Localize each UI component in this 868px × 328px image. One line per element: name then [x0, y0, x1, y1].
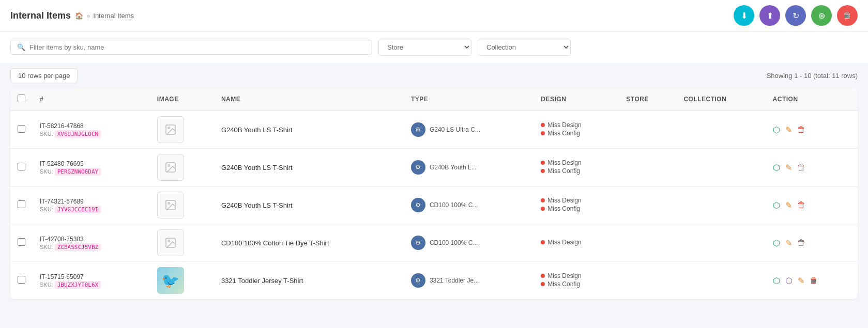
item-design-cell: Miss Design Miss Config [534, 149, 619, 186]
edit-icon[interactable]: ✎ [785, 200, 792, 210]
filters: 🔍 Store Collection [10, 39, 858, 56]
select-all-checkbox[interactable] [18, 95, 25, 102]
image-placeholder [157, 116, 184, 143]
toolbar: 🔍 Store Collection [0, 32, 868, 63]
item-name-cell: G240B Youth LS T-Shirt [214, 149, 404, 186]
page-header: Internal Items 🏠 » Internal Items ⬇ ⬆ ↻ … [0, 0, 868, 32]
upload-button[interactable]: ⬆ [759, 5, 780, 26]
item-store-cell [619, 111, 676, 149]
item-name-cell: CD100 100% Cotton Tie Dye T-Shirt [214, 224, 404, 262]
col-image: IMAGE [150, 88, 214, 111]
rows-per-page-button[interactable]: 10 rows per page [10, 68, 78, 83]
cube-icon[interactable]: ⬡ [773, 125, 780, 135]
type-icon: ⚙ [411, 160, 425, 175]
item-id: IT-74321-57689 [40, 198, 143, 205]
home-icon[interactable]: 🏠 [75, 12, 83, 20]
store-filter[interactable]: Store [378, 39, 471, 56]
item-id-cell: IT-52480-76695 SKU: PERGZNWO6DAY [33, 149, 150, 186]
item-sku: SKU: JBUZXJYT0L6X [40, 282, 143, 288]
download-button[interactable]: ⬇ [734, 5, 754, 26]
item-type-cell: ⚙ CD100 100% C... [404, 186, 534, 224]
svg-point-5 [168, 202, 170, 204]
search-input[interactable] [29, 43, 366, 51]
item-name-cell: G240B Youth LS T-Shirt [214, 186, 404, 224]
cube-icon[interactable]: ⬡ [773, 238, 780, 248]
item-type-cell: ⚙ G240 LS Ultra C... [404, 111, 534, 149]
delete-icon[interactable]: 🗑 [810, 276, 818, 285]
type-text: G240 LS Ultra C... [430, 126, 480, 133]
row-checkbox[interactable] [18, 200, 25, 208]
cube-icon[interactable]: ⬡ [773, 200, 780, 210]
type-icon: ⚙ [411, 273, 425, 288]
col-id: # [33, 88, 150, 111]
item-action-cell: ⬡ ⬡ ✎ 🗑 [766, 262, 858, 300]
item-design-cell: Miss Design [534, 224, 619, 262]
col-design: DESIGN [534, 88, 619, 111]
edit-icon[interactable]: ✎ [785, 163, 792, 173]
table-row: IT-15715-65097 SKU: JBUZXJYT0L6X 🐦 3321 … [10, 262, 858, 300]
item-collection-cell [676, 149, 765, 186]
table-row: IT-42708-75383 SKU: ZCBASSCJ5VBZ CD100 1… [10, 224, 858, 262]
sku-value[interactable]: XV6UJNJGLOCN [55, 130, 101, 138]
edit-icon[interactable]: ✎ [798, 276, 804, 286]
sku-value[interactable]: ZCBASSCJ5VBZ [55, 243, 101, 251]
col-collection: COLLECTION [676, 88, 765, 111]
add-button[interactable]: ⊕ [811, 5, 832, 26]
row-checkbox[interactable] [18, 125, 25, 133]
type-text: CD100 100% C... [430, 201, 478, 209]
svg-point-7 [168, 240, 170, 242]
bird-image: 🐦 [157, 267, 184, 294]
image-placeholder [157, 229, 184, 256]
breadcrumb-separator: » [86, 12, 90, 20]
item-id: IT-58216-47868 [40, 122, 143, 130]
sku-value[interactable]: JBUZXJYT0L6X [55, 281, 101, 289]
table-header: # IMAGE NAME TYPE DESIGN STORE COLLECTIO… [10, 88, 858, 111]
item-sku: SKU: XV6UJNJGLOCN [40, 131, 143, 137]
item-image-cell [150, 224, 214, 262]
row-checkbox[interactable] [18, 163, 25, 170]
sku-value[interactable]: JYVGJCCEC19I [55, 206, 101, 213]
type-text: G240B Youth L... [430, 164, 477, 171]
item-image-cell: 🐦 [150, 262, 214, 300]
table-container: # IMAGE NAME TYPE DESIGN STORE COLLECTIO… [0, 88, 868, 309]
item-id-cell: IT-74321-57689 SKU: JYVGJCCEC19I [33, 186, 150, 224]
header-actions: ⬇ ⬆ ↻ ⊕ 🗑 [734, 5, 858, 26]
search-box: 🔍 [10, 40, 372, 55]
cube-icon[interactable]: ⬡ [773, 276, 780, 286]
item-collection-cell [676, 224, 765, 262]
row-checkbox[interactable] [18, 276, 25, 284]
item-action-cell: ⬡ ✎ 🗑 [766, 224, 858, 262]
row-checkbox[interactable] [18, 238, 25, 246]
delete-icon[interactable]: 🗑 [797, 200, 805, 210]
type-icon: ⚙ [411, 198, 425, 212]
item-type-cell: ⚙ 3321 Toddler Je... [404, 262, 534, 300]
item-name-cell: 3321 Toddler Jersey T-Shirt [214, 262, 404, 300]
delete-icon[interactable]: 🗑 [797, 125, 805, 134]
delete-icon[interactable]: 🗑 [797, 238, 805, 247]
item-sku: SKU: JYVGJCCEC19I [40, 206, 143, 213]
table-row: IT-74321-57689 SKU: JYVGJCCEC19I G240B Y… [10, 186, 858, 224]
item-sku: SKU: PERGZNWO6DAY [40, 168, 143, 175]
type-icon: ⚙ [411, 122, 425, 137]
breadcrumb: 🏠 » Internal Items [75, 12, 134, 20]
item-action-cell: ⬡ ✎ 🗑 [766, 186, 858, 224]
cube-icon[interactable]: ⬡ [773, 163, 780, 173]
item-collection-cell [676, 262, 765, 300]
item-sku: SKU: ZCBASSCJ5VBZ [40, 244, 143, 251]
delete-button[interactable]: 🗑 [837, 5, 858, 26]
edit-icon[interactable]: ✎ [785, 125, 792, 135]
svg-point-1 [168, 127, 170, 129]
item-id-cell: IT-15715-65097 SKU: JBUZXJYT0L6X [33, 262, 150, 300]
item-type-cell: ⚙ CD100 100% C... [404, 224, 534, 262]
item-action-cell: ⬡ ✎ 🗑 [766, 111, 858, 149]
sku-value[interactable]: PERGZNWO6DAY [55, 168, 101, 176]
page-title: Internal Items [10, 10, 71, 21]
col-type: TYPE [404, 88, 534, 111]
sync-button[interactable]: ↻ [785, 5, 806, 26]
collection-filter[interactable]: Collection [478, 39, 571, 56]
item-design-cell: Miss Design Miss Config [534, 262, 619, 300]
item-design-cell: Miss Design Miss Config [534, 111, 619, 149]
delete-icon[interactable]: 🗑 [797, 163, 805, 172]
cube-purple-icon[interactable]: ⬡ [785, 276, 793, 286]
edit-icon[interactable]: ✎ [785, 238, 792, 248]
